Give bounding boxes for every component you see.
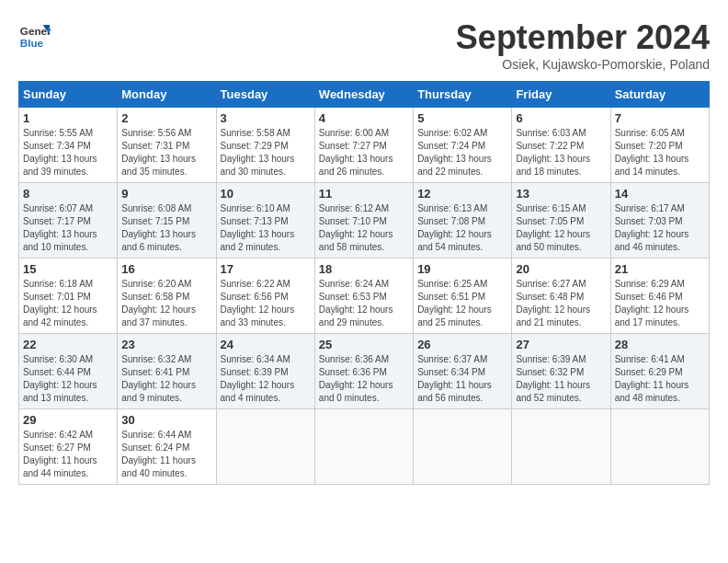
calendar-day-cell: 7Sunrise: 6:05 AM Sunset: 7:20 PM Daylig… [610,108,709,183]
calendar-day-cell: 10Sunrise: 6:10 AM Sunset: 7:13 PM Dayli… [216,183,314,259]
day-info: Sunrise: 6:44 AM Sunset: 6:24 PM Dayligh… [121,429,211,480]
day-info: Sunrise: 6:41 AM Sunset: 6:29 PM Dayligh… [615,353,705,405]
day-info: Sunrise: 6:03 AM Sunset: 7:22 PM Dayligh… [516,127,606,178]
day-info: Sunrise: 6:27 AM Sunset: 6:48 PM Dayligh… [516,278,606,329]
calendar-day-cell: 2Sunrise: 5:56 AM Sunset: 7:31 PM Daylig… [118,108,216,183]
day-info: Sunrise: 6:37 AM Sunset: 6:34 PM Dayligh… [417,353,507,405]
day-info: Sunrise: 5:55 AM Sunset: 7:34 PM Dayligh… [23,127,113,178]
calendar-day-cell: 25Sunrise: 6:36 AM Sunset: 6:36 PM Dayli… [314,334,413,409]
calendar-day-cell: 3Sunrise: 5:58 AM Sunset: 7:29 PM Daylig… [216,108,314,183]
day-info: Sunrise: 6:34 AM Sunset: 6:39 PM Dayligh… [221,353,311,405]
calendar-day-cell: 30Sunrise: 6:44 AM Sunset: 6:24 PM Dayli… [118,409,216,485]
day-number: 12 [417,187,507,201]
day-info: Sunrise: 6:08 AM Sunset: 7:15 PM Dayligh… [121,202,211,254]
calendar-day-cell: 22Sunrise: 6:30 AM Sunset: 6:44 PM Dayli… [19,334,118,409]
calendar-day-cell: 23Sunrise: 6:32 AM Sunset: 6:41 PM Dayli… [118,334,216,409]
day-of-week-header: Saturday [610,82,709,108]
title-block: September 2024 Osiek, Kujawsko-Pomorskie… [456,18,710,72]
day-info: Sunrise: 6:36 AM Sunset: 6:36 PM Dayligh… [319,353,409,405]
day-info: Sunrise: 6:12 AM Sunset: 7:10 PM Dayligh… [319,202,409,254]
day-number: 22 [23,338,113,351]
calendar-day-cell: 27Sunrise: 6:39 AM Sunset: 6:32 PM Dayli… [512,334,610,409]
logo: General Blue [18,18,51,52]
month-title: September 2024 [456,18,710,57]
day-number: 4 [319,111,409,125]
svg-text:Blue: Blue [20,37,44,49]
day-of-week-header: Wednesday [314,82,413,108]
calendar-day-cell [512,409,610,485]
day-number: 18 [319,262,409,276]
day-info: Sunrise: 5:58 AM Sunset: 7:29 PM Dayligh… [221,127,311,178]
day-of-week-header: Monday [118,82,216,108]
calendar-day-cell: 21Sunrise: 6:29 AM Sunset: 6:46 PM Dayli… [610,259,709,334]
calendar-day-cell: 8Sunrise: 6:07 AM Sunset: 7:17 PM Daylig… [19,183,118,259]
calendar-week-row: 8Sunrise: 6:07 AM Sunset: 7:17 PM Daylig… [19,183,710,259]
calendar-day-cell: 16Sunrise: 6:20 AM Sunset: 6:58 PM Dayli… [118,259,216,334]
day-number: 5 [417,111,507,125]
calendar-day-cell: 19Sunrise: 6:25 AM Sunset: 6:51 PM Dayli… [414,259,512,334]
day-number: 8 [23,187,113,201]
location-subtitle: Osiek, Kujawsko-Pomorskie, Poland [456,57,710,72]
calendar-day-cell: 17Sunrise: 6:22 AM Sunset: 6:56 PM Dayli… [216,259,314,334]
calendar-day-cell: 20Sunrise: 6:27 AM Sunset: 6:48 PM Dayli… [512,259,610,334]
calendar-week-row: 1Sunrise: 5:55 AM Sunset: 7:34 PM Daylig… [19,108,710,183]
day-info: Sunrise: 6:32 AM Sunset: 6:41 PM Dayligh… [121,353,211,405]
day-info: Sunrise: 6:15 AM Sunset: 7:05 PM Dayligh… [516,202,606,254]
day-number: 28 [615,338,705,351]
calendar-header-row: SundayMondayTuesdayWednesdayThursdayFrid… [19,82,710,108]
day-number: 3 [221,111,311,125]
calendar-day-cell [610,409,709,485]
day-number: 6 [516,111,606,125]
day-number: 21 [615,262,705,276]
day-info: Sunrise: 6:05 AM Sunset: 7:20 PM Dayligh… [615,127,705,178]
calendar-day-cell: 29Sunrise: 6:42 AM Sunset: 6:27 PM Dayli… [19,409,118,485]
day-number: 9 [121,187,211,201]
day-number: 29 [23,413,113,427]
calendar-week-row: 29Sunrise: 6:42 AM Sunset: 6:27 PM Dayli… [19,409,710,485]
day-number: 20 [516,262,606,276]
day-number: 23 [121,338,211,351]
calendar-day-cell: 11Sunrise: 6:12 AM Sunset: 7:10 PM Dayli… [314,183,413,259]
calendar-day-cell: 12Sunrise: 6:13 AM Sunset: 7:08 PM Dayli… [414,183,512,259]
calendar-day-cell: 18Sunrise: 6:24 AM Sunset: 6:53 PM Dayli… [314,259,413,334]
day-info: Sunrise: 6:25 AM Sunset: 6:51 PM Dayligh… [417,278,507,329]
day-info: Sunrise: 5:56 AM Sunset: 7:31 PM Dayligh… [121,127,211,178]
calendar-day-cell: 24Sunrise: 6:34 AM Sunset: 6:39 PM Dayli… [216,334,314,409]
day-number: 24 [221,338,311,351]
day-info: Sunrise: 6:07 AM Sunset: 7:17 PM Dayligh… [23,202,113,254]
day-of-week-header: Friday [512,82,610,108]
calendar-day-cell [414,409,512,485]
calendar-day-cell: 26Sunrise: 6:37 AM Sunset: 6:34 PM Dayli… [414,334,512,409]
day-number: 25 [319,338,409,351]
calendar-day-cell: 4Sunrise: 6:00 AM Sunset: 7:27 PM Daylig… [314,108,413,183]
day-info: Sunrise: 6:02 AM Sunset: 7:24 PM Dayligh… [417,127,507,178]
page-header: General Blue September 2024 Osiek, Kujaw… [18,18,710,72]
day-number: 19 [417,262,507,276]
day-number: 10 [221,187,311,201]
calendar-day-cell [314,409,413,485]
day-number: 15 [23,262,113,276]
day-number: 30 [121,413,211,427]
calendar-day-cell: 6Sunrise: 6:03 AM Sunset: 7:22 PM Daylig… [512,108,610,183]
day-number: 2 [121,111,211,125]
calendar-day-cell: 15Sunrise: 6:18 AM Sunset: 7:01 PM Dayli… [19,259,118,334]
calendar-day-cell: 28Sunrise: 6:41 AM Sunset: 6:29 PM Dayli… [610,334,709,409]
calendar-day-cell: 14Sunrise: 6:17 AM Sunset: 7:03 PM Dayli… [610,183,709,259]
day-number: 11 [319,187,409,201]
day-info: Sunrise: 6:30 AM Sunset: 6:44 PM Dayligh… [23,353,113,405]
day-info: Sunrise: 6:13 AM Sunset: 7:08 PM Dayligh… [417,202,507,254]
calendar-day-cell [216,409,314,485]
calendar-day-cell: 9Sunrise: 6:08 AM Sunset: 7:15 PM Daylig… [118,183,216,259]
day-info: Sunrise: 6:20 AM Sunset: 6:58 PM Dayligh… [121,278,211,329]
day-info: Sunrise: 6:24 AM Sunset: 6:53 PM Dayligh… [319,278,409,329]
day-number: 27 [516,338,606,351]
day-info: Sunrise: 6:39 AM Sunset: 6:32 PM Dayligh… [516,353,606,405]
day-info: Sunrise: 6:29 AM Sunset: 6:46 PM Dayligh… [615,278,705,329]
day-number: 26 [417,338,507,351]
calendar-day-cell: 5Sunrise: 6:02 AM Sunset: 7:24 PM Daylig… [414,108,512,183]
logo-icon: General Blue [18,18,51,52]
day-info: Sunrise: 6:42 AM Sunset: 6:27 PM Dayligh… [23,429,113,480]
day-number: 7 [615,111,705,125]
day-info: Sunrise: 6:17 AM Sunset: 7:03 PM Dayligh… [615,202,705,254]
calendar-table: SundayMondayTuesdayWednesdayThursdayFrid… [18,81,710,485]
